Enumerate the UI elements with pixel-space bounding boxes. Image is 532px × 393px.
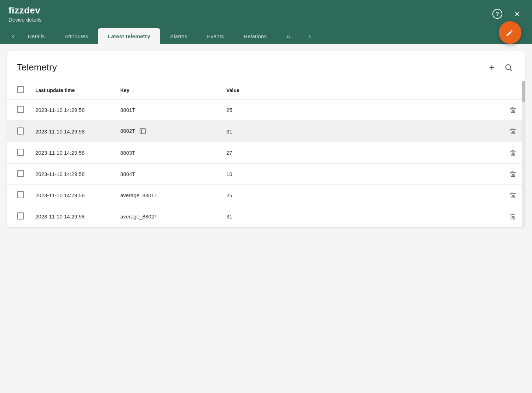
add-icon: +: [489, 62, 495, 73]
th-value: Value: [221, 81, 504, 99]
row-delete-cell-6[interactable]: [504, 206, 525, 227]
search-icon: [504, 63, 513, 72]
table-container: Last update time Key ↑ Value: [7, 81, 525, 227]
delete-row-button-6[interactable]: [509, 213, 516, 221]
svg-line-3: [510, 69, 512, 70]
delete-row-button-5[interactable]: [509, 192, 516, 199]
row-checkbox-6[interactable]: [17, 212, 24, 220]
delete-row-button-2[interactable]: [509, 127, 516, 135]
close-button[interactable]: ×: [511, 7, 524, 20]
telemetry-rows: 2023-11-10 14:29:58 8801T 25 2023-11: [7, 99, 525, 227]
card-title: Telemetry: [17, 62, 57, 73]
row-time-1: 2023-11-10 14:29:58: [30, 99, 115, 121]
svg-rect-6: [141, 129, 145, 134]
row-delete-cell-1[interactable]: [504, 99, 525, 121]
card-header: Telemetry +: [7, 51, 525, 81]
help-button[interactable]: ?: [491, 7, 504, 20]
th-last-update-time: Last update time: [30, 81, 115, 99]
telemetry-card: Telemetry +: [7, 51, 525, 227]
row-checkbox-5[interactable]: [17, 191, 24, 198]
row-time-6: 2023-11-10 14:29:58: [30, 206, 115, 227]
tab-attributes[interactable]: Attributes: [55, 28, 98, 44]
row-delete-cell-2[interactable]: [504, 121, 525, 142]
row-delete-cell-4[interactable]: [504, 164, 525, 185]
tab-latest-telemetry[interactable]: Latest telemetry: [98, 28, 160, 44]
row-checkbox-cell[interactable]: [7, 185, 30, 206]
card-actions: +: [487, 60, 515, 75]
table-row: 2023-11-10 14:29:58 8804T 10: [7, 164, 525, 185]
row-checkbox-2[interactable]: [17, 127, 24, 135]
table-header: Last update time Key ↑ Value: [7, 81, 525, 99]
row-checkbox-cell[interactable]: [7, 206, 30, 227]
svg-text:?: ?: [496, 11, 499, 17]
app-name: fizzdev: [8, 5, 41, 16]
tab-alarms[interactable]: Alarms: [160, 28, 197, 44]
delete-row-button-4[interactable]: [509, 170, 516, 178]
row-value-6: 31: [221, 206, 504, 227]
add-telemetry-button[interactable]: +: [487, 60, 497, 75]
row-checkbox-1[interactable]: [17, 106, 24, 113]
tab-nav-left[interactable]: ‹: [8, 28, 18, 44]
row-value-3: 27: [221, 142, 504, 164]
th-select-all[interactable]: [7, 81, 30, 99]
tab-details[interactable]: Details: [18, 28, 55, 44]
delete-row-button-1[interactable]: [509, 106, 516, 114]
row-checkbox-cell[interactable]: [7, 121, 30, 142]
row-time-4: 2023-11-10 14:29:58: [30, 164, 115, 185]
tab-relations[interactable]: Relations: [234, 28, 277, 44]
th-actions: [504, 81, 525, 99]
row-delete-cell-5[interactable]: [504, 185, 525, 206]
copy-key-button-2[interactable]: [139, 127, 146, 136]
search-telemetry-button[interactable]: [502, 61, 515, 74]
row-value-5: 25: [221, 185, 504, 206]
row-key-4: 8804T: [115, 164, 221, 185]
tab-more[interactable]: A...: [277, 28, 305, 44]
tab-events[interactable]: Events: [197, 28, 234, 44]
row-key-6: average_8802T: [115, 206, 221, 227]
scrollbar-thumb[interactable]: [522, 81, 525, 102]
delete-row-button-3[interactable]: [509, 149, 516, 157]
device-details-subtitle: Device details: [8, 17, 41, 23]
telemetry-table: Last update time Key ↑ Value: [7, 81, 525, 227]
header-icons: ? ×: [491, 7, 524, 20]
table-row: 2023-11-10 14:29:58 average_8801T 25: [7, 185, 525, 206]
scrollbar-track[interactable]: [522, 81, 525, 227]
table-row: 2023-11-10 14:29:58 8803T 27: [7, 142, 525, 164]
row-key-3: 8803T: [115, 142, 221, 164]
row-checkbox-cell[interactable]: [7, 99, 30, 121]
tabs-container: ‹ Details Attributes Latest telemetry Al…: [8, 28, 524, 44]
row-time-3: 2023-11-10 14:29:58: [30, 142, 115, 164]
row-key-2: 8802T: [115, 121, 221, 142]
table-row: 2023-11-10 14:29:58 average_8802T 31: [7, 206, 525, 227]
header: fizzdev Device details ? × ‹ Details Att…: [0, 0, 532, 44]
sort-ascending-icon: ↑: [132, 88, 135, 93]
th-key[interactable]: Key ↑: [115, 81, 221, 99]
row-checkbox-4[interactable]: [17, 170, 24, 177]
row-key-1: 8801T: [115, 99, 221, 121]
row-checkbox-cell[interactable]: [7, 142, 30, 164]
row-delete-cell-3[interactable]: [504, 142, 525, 164]
row-checkbox-cell[interactable]: [7, 164, 30, 185]
row-value-2: 31: [221, 121, 504, 142]
header-title-group: fizzdev Device details: [8, 5, 41, 23]
row-checkbox-3[interactable]: [17, 149, 24, 156]
tab-nav-right[interactable]: ›: [305, 28, 314, 44]
edit-fab[interactable]: [499, 21, 521, 44]
row-time-2: 2023-11-10 14:29:58: [30, 121, 115, 142]
row-value-1: 25: [221, 99, 504, 121]
row-time-5: 2023-11-10 14:29:58: [30, 185, 115, 206]
row-key-5: average_8801T: [115, 185, 221, 206]
select-all-checkbox[interactable]: [17, 86, 24, 93]
close-icon: ×: [514, 8, 520, 19]
main-content: Telemetry +: [0, 44, 532, 234]
table-row: 2023-11-10 14:29:58 8802T 31: [7, 121, 525, 142]
table-row: 2023-11-10 14:29:58 8801T 25: [7, 99, 525, 121]
row-value-4: 10: [221, 164, 504, 185]
